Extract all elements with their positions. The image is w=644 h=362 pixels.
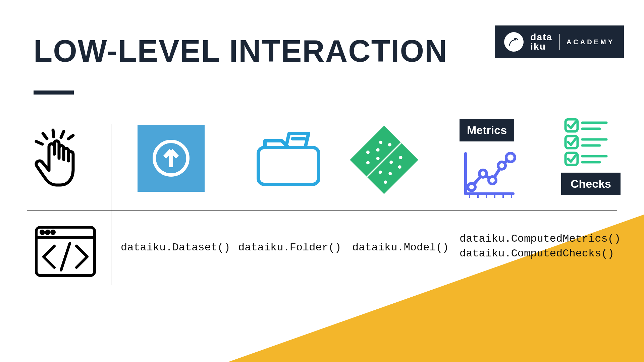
svg-point-45: [41, 231, 44, 234]
horizontal-divider: [27, 210, 617, 211]
svg-line-1: [43, 133, 47, 139]
title-underline: [34, 90, 74, 95]
svg-point-30: [479, 170, 487, 177]
hand-click-icon: [28, 127, 99, 196]
svg-point-0: [514, 38, 517, 41]
svg-line-4: [36, 141, 42, 144]
svg-line-5: [68, 135, 73, 139]
brand-mark-icon: [504, 32, 524, 52]
svg-point-33: [506, 153, 515, 162]
slide: data iku ACADEMY LOW-LEVEL INTERACTION: [0, 0, 644, 362]
metrics-checks-group: Metrics Checks: [453, 117, 621, 204]
brand-name: data iku: [530, 33, 552, 51]
svg-point-46: [46, 231, 49, 234]
brand-divider: [559, 34, 560, 50]
visual-row: Metrics Checks: [27, 124, 617, 204]
checklist-icon: [564, 117, 614, 169]
code-window-icon: [34, 225, 97, 280]
svg-rect-43: [36, 227, 95, 276]
model-icon: [349, 125, 419, 196]
code-folder: dataiku.Folder(): [238, 241, 341, 254]
brand-line2: iku: [530, 42, 552, 51]
dataset-icon: [138, 125, 205, 192]
svg-line-3: [61, 131, 64, 137]
checks-label: Checks: [561, 173, 621, 195]
svg-line-2: [53, 130, 54, 137]
svg-point-47: [52, 231, 54, 234]
svg-rect-7: [258, 147, 319, 184]
svg-point-32: [498, 162, 505, 169]
svg-line-48: [61, 243, 70, 270]
brand-tagline: ACADEMY: [567, 38, 614, 46]
folder-icon: [252, 124, 325, 192]
metrics-label: Metrics: [460, 119, 514, 141]
code-dataset: dataiku.Dataset(): [121, 241, 230, 254]
line-chart-icon: [460, 147, 517, 202]
svg-point-29: [468, 183, 475, 191]
code-metrics: dataiku.ComputedMetrics(): [460, 233, 621, 245]
brand-line1: data: [530, 33, 552, 42]
slide-title: LOW-LEVEL INTERACTION: [34, 34, 447, 69]
code-model: dataiku.Model(): [352, 241, 449, 254]
brand-badge: data iku ACADEMY: [495, 25, 624, 58]
svg-point-31: [489, 177, 496, 184]
code-checks: dataiku.ComputedChecks(): [460, 247, 614, 260]
